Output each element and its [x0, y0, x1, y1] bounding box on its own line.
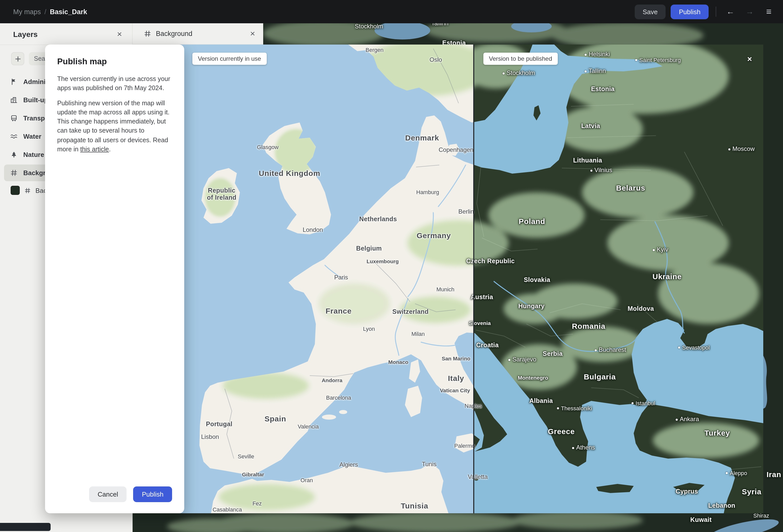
publish-map-dialog: Publish map The version currently in use… [45, 44, 184, 513]
top-bar: My maps / Basic_Dark Save Publish ← → ≡ [0, 0, 783, 23]
top-bar-actions: Save Publish ← → ≡ [634, 4, 776, 19]
this-article-link[interactable]: this article [80, 146, 109, 153]
close-background-tab-button[interactable]: × [249, 28, 256, 39]
hamburger-menu-icon[interactable]: ≡ [762, 5, 776, 19]
breadcrumb-separator: / [44, 8, 46, 15]
dialog-title: Publish map [57, 57, 172, 66]
dialog-paragraph-2-text: Publishing new version of the map will u… [57, 99, 169, 153]
comparison-divider-handle[interactable] [473, 44, 474, 513]
breadcrumb-my-maps[interactable]: My maps [13, 8, 41, 15]
toolbar-divider [716, 7, 716, 17]
add-layer-button[interactable] [11, 52, 24, 65]
layer-item-label: Nature [23, 151, 44, 158]
close-layers-panel-button[interactable]: × [116, 29, 123, 39]
map-attribution-bar [0, 523, 51, 531]
bus-icon [10, 115, 18, 122]
background-tab[interactable]: Background × [133, 23, 263, 44]
plus-icon [14, 55, 22, 63]
dialog-paragraph-2: Publishing new version of the map will u… [57, 98, 172, 154]
cancel-button[interactable]: Cancel [89, 487, 127, 502]
dialog-paragraph-2-period: . [109, 146, 111, 153]
version-comparison-view: BergenOsloGlasgowUnited KingdomRepublic … [133, 44, 763, 513]
layers-panel-header: Layers × [0, 23, 132, 45]
publish-button[interactable]: Publish [671, 4, 709, 19]
layer-item-label: Water [23, 133, 41, 140]
layer-color-swatch[interactable] [11, 186, 20, 195]
map-editor-app: StockholmTallinnEstoniaIranKuwaitShiraz … [0, 0, 783, 532]
grid-icon [24, 187, 31, 194]
version-badge-current: Version currently in use [192, 53, 267, 65]
background-tab-label: Background [156, 30, 245, 37]
dialog-publish-button[interactable]: Publish [133, 487, 172, 502]
save-button[interactable]: Save [634, 4, 665, 19]
waves-icon [10, 133, 18, 140]
grid-icon [144, 30, 151, 37]
dialog-actions: Cancel Publish [89, 487, 172, 502]
buildings-icon [10, 96, 18, 104]
close-comparison-button[interactable]: × [744, 54, 755, 65]
tree-icon [10, 151, 18, 158]
dialog-paragraph-1: The version currently in use across your… [57, 74, 172, 93]
breadcrumb: My maps / Basic_Dark [13, 8, 87, 15]
grid-icon [10, 169, 18, 177]
layers-panel-title: Layers [13, 30, 38, 38]
layer-item-label: Built-up [23, 96, 48, 104]
flag-icon [10, 78, 18, 86]
breadcrumb-map-name: Basic_Dark [50, 8, 87, 15]
version-badge-new: Version to be published [483, 53, 558, 65]
redo-forward-icon[interactable]: → [743, 5, 757, 19]
undo-back-icon[interactable]: ← [723, 5, 738, 19]
